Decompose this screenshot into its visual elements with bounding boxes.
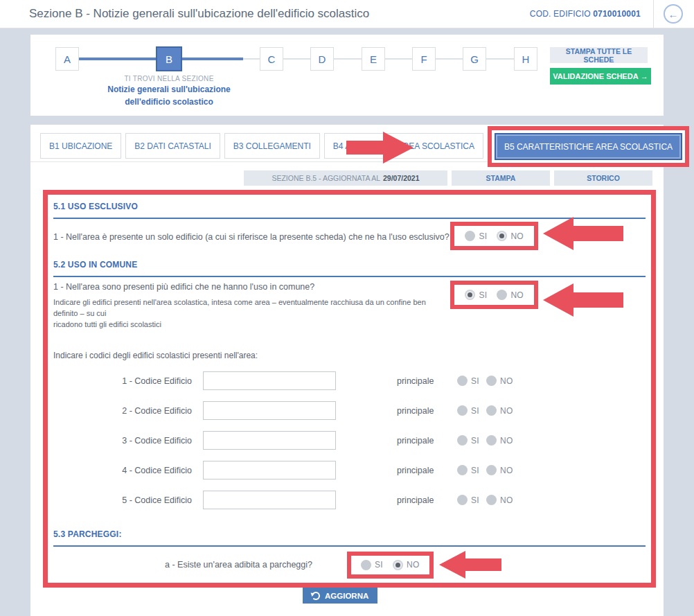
radio-group-principale-4-no: NO	[486, 465, 513, 475]
radio-principale-4-si[interactable]	[457, 465, 468, 475]
radio-51-si[interactable]	[465, 231, 475, 241]
code-row-4: 4 - Codice Edificio principale SI NO	[53, 461, 646, 479]
radio-label: NO	[500, 466, 513, 475]
radio-group-principale-5-si: SI	[457, 495, 479, 505]
print-all-sheets-button[interactable]: STAMPA TUTTE LE SCHEDE	[550, 47, 648, 63]
question-51-1-text: 1 - Nell'area è presente un solo edifici…	[53, 231, 450, 242]
step-c[interactable]: C	[260, 47, 283, 71]
radio-label: SI	[471, 376, 479, 386]
principale-label: principale	[397, 466, 440, 475]
radio-53-si-label: SI	[375, 560, 383, 570]
annotation-box-53-radio: SI NO	[347, 552, 434, 579]
codice-edificio-1-input[interactable]	[203, 371, 336, 390]
refresh-icon	[312, 592, 320, 600]
radio-label: NO	[500, 495, 513, 505]
update-button-label: AGGIORNA	[325, 592, 368, 600]
note-line: ricadono tutti gli edifici scolastici	[53, 319, 450, 330]
back-icon[interactable]: ←	[664, 4, 683, 24]
radio-53-no-label: NO	[407, 560, 420, 570]
history-button[interactable]: STORICO	[554, 170, 652, 186]
question-53-a-row: a - Esiste un'area adibita a parcheggi? …	[53, 551, 646, 579]
radio-principale-2-si[interactable]	[457, 405, 468, 416]
radio-52-si[interactable]	[465, 290, 475, 300]
annotation-box-51-radio: SI NO	[450, 222, 538, 250]
tab-b2-dati-catastali[interactable]: B2 DATI CATASTALI	[125, 133, 220, 159]
annotation-arrow-51	[543, 217, 623, 250]
radio-group-52-no: NO	[497, 290, 524, 300]
principale-label: principale	[397, 436, 440, 446]
current-section-name: dell'edificio scolastico	[72, 97, 266, 107]
radio-principale-5-si[interactable]	[457, 495, 468, 505]
radio-principale-3-no[interactable]	[486, 435, 497, 446]
radio-group-principale-2-no: NO	[486, 405, 513, 416]
building-code-value: 0710010001	[593, 9, 641, 19]
radio-group-principale-3-si: SI	[457, 435, 479, 446]
code-row-label: 1 - Codice Edificio	[53, 376, 192, 386]
radio-principale-3-si[interactable]	[457, 435, 468, 446]
tab-b3-collegamenti[interactable]: B3 COLLEGAMENTI	[224, 133, 320, 159]
code-row-2: 2 - Codice Edificio principale SI NO	[53, 401, 646, 420]
code-row-3: 3 - Codice Edificio principale SI NO	[53, 431, 646, 450]
building-code: COD. EDIFICIO 0710010001	[530, 9, 641, 19]
code-row-1: 1 - Codice Edificio principale SI NO	[53, 371, 646, 390]
annotation-box-52-radio: SI NO	[450, 281, 538, 309]
question-52-1-text: 1 - Nell'area sono presenti più edifici …	[53, 281, 450, 292]
tab-b5-caratteristiche-area-scolastica[interactable]: B5 CARATTERISTICHE AREA SCOLASTICA	[495, 133, 682, 160]
validate-sheet-label: VALIDAZIONE SCHEDA	[553, 72, 638, 80]
codice-edificio-4-input[interactable]	[203, 461, 336, 479]
arrow-head	[543, 283, 573, 317]
radio-label: SI	[471, 466, 479, 475]
print-button[interactable]: STAMPA	[452, 170, 550, 186]
codice-edificio-2-input[interactable]	[203, 401, 336, 420]
current-section-name: Notizie generali sull'ubicazione	[72, 85, 266, 94]
code-row-label: 5 - Codice Edificio	[53, 495, 192, 505]
tab-b1-ubicazione[interactable]: B1 UBICAZIONE	[40, 133, 121, 159]
step-f[interactable]: F	[412, 47, 436, 71]
radio-group-51-si: SI	[465, 231, 487, 241]
radio-51-no-label: NO	[510, 231, 524, 241]
section-updated-info: SEZIONE B.5 - AGGIORNATA AL 29/07/2021	[244, 170, 447, 186]
question-52-1-note: Indicare gli edifici presenti nell'area …	[53, 297, 450, 330]
section-51-title: 5.1 USO ESCLUSIVO	[53, 202, 646, 211]
codice-edificio-3-input[interactable]	[203, 431, 336, 450]
radio-52-no[interactable]	[497, 290, 507, 300]
step-b[interactable]: B	[156, 46, 182, 71]
radio-51-no[interactable]	[497, 231, 507, 241]
section-rule	[53, 276, 646, 277]
step-e[interactable]: E	[362, 47, 385, 71]
radio-group-principale-1-no: NO	[486, 376, 513, 386]
step-h[interactable]: H	[514, 47, 537, 71]
section-rule	[53, 545, 646, 547]
codes-intro-text: Indicare i codici degli edifici scolasti…	[53, 351, 646, 360]
validate-sheet-button[interactable]: VALIDAZIONE SCHEDA →	[550, 68, 651, 85]
radio-group-principale-1-si: SI	[457, 376, 479, 386]
step-g[interactable]: G	[463, 47, 486, 71]
code-row-5: 5 - Codice Edificio principale SI NO	[53, 491, 646, 509]
radio-group-principale-4-si: SI	[457, 465, 479, 475]
section-toolbar: SEZIONE B.5 - AGGIORNATA AL 29/07/2021 S…	[30, 170, 652, 186]
radio-principale-5-no[interactable]	[486, 495, 497, 505]
radio-principale-1-si[interactable]	[457, 376, 468, 386]
arrow-head	[383, 132, 413, 164]
radio-principale-1-no[interactable]	[486, 376, 497, 386]
radio-53-no[interactable]	[393, 560, 403, 570]
radio-group-53-no: NO	[393, 560, 420, 570]
radio-group-principale-3-no: NO	[486, 435, 513, 446]
question-53-a-text: a - Esiste un'area adibita a parcheggi?	[53, 560, 312, 570]
arrow-tail	[346, 141, 383, 155]
arrow-tail	[573, 226, 623, 241]
step-a[interactable]: A	[55, 47, 79, 71]
principale-label: principale	[397, 406, 440, 416]
codice-edificio-5-input[interactable]	[203, 491, 336, 509]
update-button[interactable]: AGGIORNA	[303, 588, 377, 604]
step-d[interactable]: D	[310, 47, 334, 71]
radio-label: SI	[471, 406, 479, 416]
radio-principale-2-no[interactable]	[486, 405, 497, 416]
radio-51-si-label: SI	[479, 231, 487, 241]
arrow-right-icon: →	[641, 72, 648, 80]
top-bar: Sezione B - Notizie generali sull'ubicaz…	[0, 0, 694, 28]
divider	[653, 0, 654, 28]
code-row-label: 4 - Codice Edificio	[53, 466, 192, 475]
radio-principale-4-no[interactable]	[486, 465, 497, 475]
radio-53-si[interactable]	[361, 560, 371, 570]
